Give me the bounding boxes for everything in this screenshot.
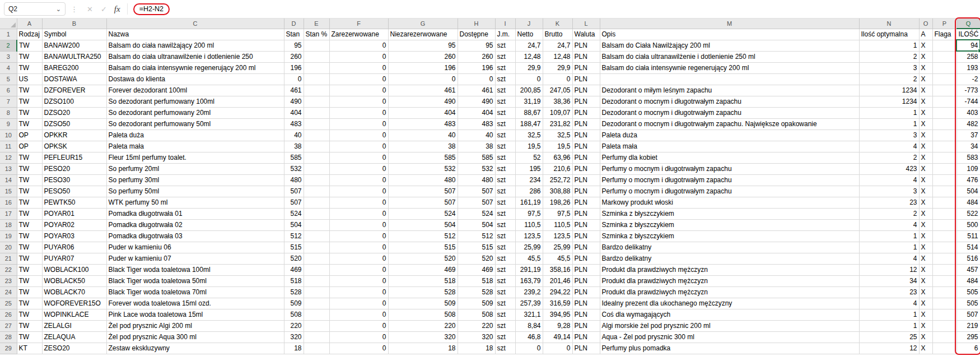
cell-J5[interactable]: 0 [515,73,543,85]
cell-M15[interactable]: Perfumy o mocnym i długotrwałym zapachu [600,186,859,197]
cell-I17[interactable]: szt [495,208,515,219]
cell-C28[interactable]: Żel pod prysznic Aqua 300 ml [106,331,284,343]
cell-C1[interactable]: Nazwa [106,29,284,40]
cell-G12[interactable]: 585 [388,152,458,163]
cell-E10[interactable] [304,130,329,141]
cell-Q29[interactable]: 6 [956,343,980,354]
cell-F23[interactable]: 0 [329,275,388,286]
cell-F20[interactable]: 0 [329,242,388,253]
cell-I11[interactable]: szt [495,141,515,152]
cell-P29[interactable] [932,343,956,354]
cell-H13[interactable]: 532 [458,163,495,174]
cell-Q8[interactable]: 403 [956,107,980,118]
column-header-Q[interactable]: Q [956,19,980,29]
cell-G15[interactable]: 507 [388,186,458,197]
cell-K2[interactable]: 24,7 [543,40,572,51]
cell-H29[interactable]: 18 [458,343,495,354]
cell-F8[interactable]: 0 [329,107,388,118]
cell-E23[interactable] [304,275,329,286]
cell-C27[interactable]: Żel pod prysznic Algi 200 ml [106,320,284,331]
cell-M29[interactable]: Perfumy plus pomadka [600,343,859,354]
cell-I27[interactable]: szt [495,320,515,331]
cell-G27[interactable]: 220 [388,320,458,331]
cell-N3[interactable]: 2 [859,51,919,62]
cell-G3[interactable]: 260 [388,51,458,62]
cell-Q15[interactable]: 504 [956,186,980,197]
cell-B29[interactable]: ZESO20 [42,343,106,354]
column-header-L[interactable]: L [572,19,600,29]
cell-N22[interactable]: 12 [859,264,919,275]
cell-E14[interactable] [304,174,329,186]
cell-P23[interactable] [932,275,956,286]
cell-B15[interactable]: PESO50 [42,186,106,197]
row-header-10[interactable]: 10 [0,130,17,141]
cell-F4[interactable]: 0 [329,62,388,73]
column-header-G[interactable]: G [388,19,458,29]
cell-N19[interactable]: 1 [859,230,919,242]
cell-N24[interactable]: 23 [859,286,919,298]
cell-O20[interactable]: X [919,242,932,253]
row-header-21[interactable]: 21 [0,253,17,264]
cell-L17[interactable]: PLN [572,208,600,219]
cell-H10[interactable]: 40 [458,130,495,141]
cell-B11[interactable]: OPKSK [42,141,106,152]
cell-P19[interactable] [932,230,956,242]
cell-C18[interactable]: Pomadka długotrwała 02 [106,219,284,230]
cell-P17[interactable] [932,208,956,219]
cell-I15[interactable]: szt [495,186,515,197]
cell-L14[interactable]: PLN [572,174,600,186]
cell-Q24[interactable]: 505 [956,286,980,298]
cell-C29[interactable]: Zestaw ekskluzywny [106,343,284,354]
cell-F19[interactable]: 0 [329,230,388,242]
cell-L2[interactable]: PLN [572,40,600,51]
cell-E8[interactable] [304,107,329,118]
cell-N18[interactable]: 4 [859,219,919,230]
cell-H16[interactable]: 507 [458,197,495,208]
cell-K22[interactable]: 358,16 [543,264,572,275]
cell-K18[interactable]: 110,5 [543,219,572,230]
cell-A2[interactable]: TW [17,40,42,51]
cell-G18[interactable]: 504 [388,219,458,230]
cell-J6[interactable]: 200,85 [515,85,543,96]
cell-I8[interactable]: szt [495,107,515,118]
cell-Q19[interactable]: 511 [956,230,980,242]
column-header-C[interactable]: C [106,19,284,29]
cell-G4[interactable]: 196 [388,62,458,73]
column-header-M[interactable]: M [600,19,859,29]
row-header-18[interactable]: 18 [0,219,17,230]
cell-E18[interactable] [304,219,329,230]
cell-C23[interactable]: Black Tiger woda toaletowa 50ml [106,275,284,286]
row-header-12[interactable]: 12 [0,152,17,163]
cell-K9[interactable]: 231,82 [543,118,572,130]
cell-L3[interactable]: PLN [572,51,600,62]
cell-G16[interactable]: 507 [388,197,458,208]
cell-M12[interactable]: Perfumy dla kobiet [600,152,859,163]
cell-E27[interactable] [304,320,329,331]
cell-A15[interactable]: TW [17,186,42,197]
column-header-K[interactable]: K [543,19,572,29]
cell-E25[interactable] [304,298,329,309]
cell-P4[interactable] [932,62,956,73]
fx-icon[interactable]: fx [114,4,120,14]
cell-M20[interactable]: Bardzo delikatny [600,242,859,253]
cell-F11[interactable]: 0 [329,141,388,152]
cell-P5[interactable] [932,73,956,85]
cell-C15[interactable]: So perfumy 50ml [106,186,284,197]
cell-P16[interactable] [932,197,956,208]
cell-J12[interactable]: 52 [515,152,543,163]
cell-B27[interactable]: ZELALGI [42,320,106,331]
chevron-down-icon[interactable]: ⌄ [56,6,61,12]
cell-C17[interactable]: Pomadka długotrwała 01 [106,208,284,219]
cell-C14[interactable]: So perfumy 30ml [106,174,284,186]
cell-N1[interactable]: Ilość optymalna [859,29,919,40]
cell-K15[interactable]: 308,88 [543,186,572,197]
cell-I6[interactable]: szt [495,85,515,96]
cell-L5[interactable]: PLN [572,73,600,85]
cell-O28[interactable]: X [919,331,932,343]
cell-N10[interactable]: 3 [859,130,919,141]
cell-H27[interactable]: 220 [458,320,495,331]
cell-M4[interactable]: Balsam do ciała intensywnie regenerujący… [600,62,859,73]
cell-B7[interactable]: DZSO100 [42,96,106,107]
cell-H14[interactable]: 480 [458,174,495,186]
cell-A17[interactable]: TW [17,208,42,219]
